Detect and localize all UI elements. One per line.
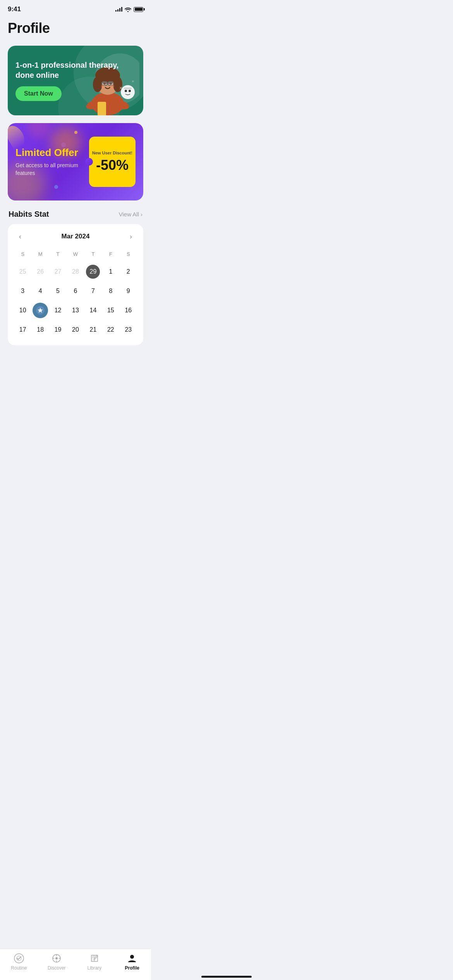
cal-cell-12[interactable]: 12 <box>49 301 67 320</box>
achievement-badge <box>33 303 48 318</box>
day-name-mon: M <box>31 249 49 259</box>
cal-cell-17[interactable]: 17 <box>14 320 31 339</box>
cal-cell-28[interactable]: 28 <box>67 262 84 281</box>
cal-cell-15[interactable]: 15 <box>102 301 119 320</box>
cal-cell-9[interactable]: 9 <box>120 282 137 300</box>
calendar-next-button[interactable]: › <box>125 230 137 243</box>
view-all-button[interactable]: View All › <box>119 211 142 218</box>
cal-cell-22[interactable]: 22 <box>102 320 119 339</box>
ticket-label: New User Discount! <box>92 150 132 156</box>
sparkle3 <box>54 185 58 189</box>
offer-ticket: New User Discount! -50% <box>89 137 136 187</box>
calendar-month-year: Mar 2024 <box>62 233 90 240</box>
cal-cell-16[interactable]: 16 <box>120 301 137 320</box>
signal-icon <box>115 7 122 12</box>
cal-cell-7[interactable]: 7 <box>84 282 102 300</box>
day-name-wed: W <box>67 249 84 259</box>
cal-cell-14[interactable]: 14 <box>84 301 102 320</box>
battery-icon <box>134 7 143 12</box>
cal-cell-18[interactable]: 18 <box>31 320 49 339</box>
status-time: 9:41 <box>8 5 21 13</box>
start-now-button[interactable]: Start Now <box>15 86 62 101</box>
offer-banner: Limited Offer Get access to all premium … <box>8 123 143 200</box>
day-name-tue: T <box>49 249 67 259</box>
therapy-banner: 1-on-1 professional therapy, done online… <box>8 46 143 115</box>
status-icons <box>115 7 143 12</box>
page-title: Profile <box>8 20 143 36</box>
status-bar: 9:41 <box>0 0 151 16</box>
day-name-fri: F <box>102 249 119 259</box>
cal-cell-1[interactable]: 1 <box>102 262 119 281</box>
cal-cell-29[interactable]: 29 <box>84 262 102 281</box>
star-icon <box>36 306 45 315</box>
cal-cell-3[interactable]: 3 <box>14 282 31 300</box>
cal-cell-21[interactable]: 21 <box>84 320 102 339</box>
blob3 <box>27 123 50 139</box>
cal-cell-27[interactable]: 27 <box>49 262 67 281</box>
calendar-grid: 25 26 27 28 29 1 2 3 4 5 6 7 8 9 10 <box>14 262 137 339</box>
offer-title: Limited Offer <box>15 147 83 159</box>
main-content: Profile 1-on-1 professional therapy, don… <box>0 16 151 345</box>
cal-cell-25[interactable]: 25 <box>14 262 31 281</box>
therapy-title: 1-on-1 professional therapy, done online <box>15 60 136 80</box>
sparkle1 <box>74 131 77 134</box>
cal-cell-19[interactable]: 19 <box>49 320 67 339</box>
ticket-discount: -50% <box>96 157 129 173</box>
cal-cell-6[interactable]: 6 <box>67 282 84 300</box>
cal-cell-23[interactable]: 23 <box>120 320 137 339</box>
day-name-sat: S <box>120 249 137 259</box>
habits-header: Habits Stat View All › <box>8 210 143 219</box>
cal-cell-8[interactable]: 8 <box>102 282 119 300</box>
calendar-header: ‹ Mar 2024 › <box>14 230 137 243</box>
therapy-text-area: 1-on-1 professional therapy, done online… <box>8 51 143 110</box>
day-name-thu: T <box>84 249 102 259</box>
calendar-day-names: S M T W T F S <box>14 249 137 259</box>
offer-subtitle: Get access to all premium features <box>15 162 83 177</box>
day-name-sun: S <box>14 249 31 259</box>
calendar-prev-button[interactable]: ‹ <box>14 230 26 243</box>
cal-cell-4[interactable]: 4 <box>31 282 49 300</box>
cal-cell-13[interactable]: 13 <box>67 301 84 320</box>
wifi-icon <box>125 7 131 12</box>
today-indicator: 29 <box>86 265 100 279</box>
cal-cell-20[interactable]: 20 <box>67 320 84 339</box>
chevron-right-icon: › <box>141 211 142 218</box>
cal-cell-2[interactable]: 2 <box>120 262 137 281</box>
cal-cell-10[interactable]: 10 <box>14 301 31 320</box>
offer-text-area: Limited Offer Get access to all premium … <box>15 147 83 177</box>
cal-cell-26[interactable]: 26 <box>31 262 49 281</box>
habits-stat-title: Habits Stat <box>9 210 49 219</box>
calendar-card: ‹ Mar 2024 › S M T W T F S 25 26 27 28 2… <box>8 224 143 345</box>
cal-cell-11[interactable] <box>31 301 49 320</box>
cal-cell-5[interactable]: 5 <box>49 282 67 300</box>
